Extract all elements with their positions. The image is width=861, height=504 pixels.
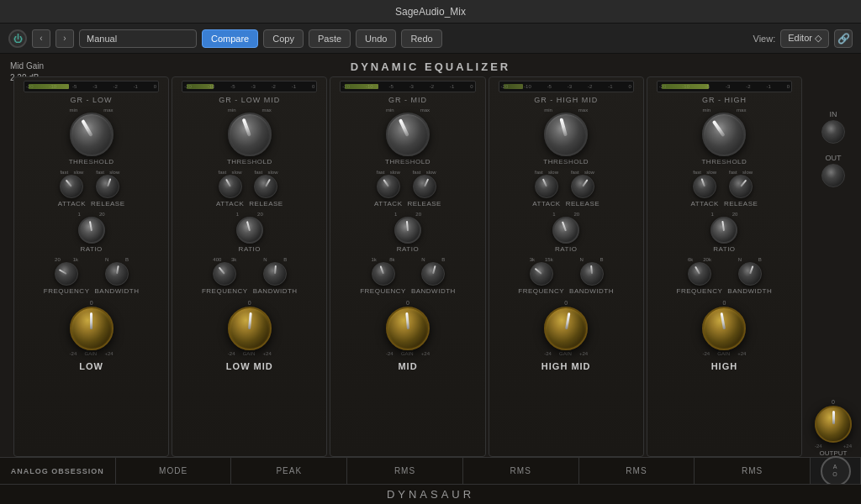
band-low-mid-release-knob[interactable] <box>254 175 277 198</box>
in-knob[interactable] <box>821 120 845 144</box>
band-mid-attack-knob[interactable] <box>377 175 400 198</box>
bottom-rms-3: RMS <box>579 458 695 484</box>
band-high: -20 -10 -5 -3 -2 -1 0 GR - HIGH minmax <box>647 76 802 457</box>
plugin-main: Mid Gain 2.20 dB DYNAMIC EQUALIZER -20 -… <box>0 54 861 504</box>
band-low-mid-gain-knob[interactable] <box>228 307 272 350</box>
band-low-meter: -20 -10 -5 -3 -2 -1 0 <box>24 81 159 92</box>
band-low-mid-freq-knob[interactable] <box>213 262 236 286</box>
band-low-mid-threshold-knob[interactable] <box>228 113 272 156</box>
band-high-ratio-knob[interactable] <box>710 217 737 244</box>
window-title: SageAudio_Mix <box>395 6 466 18</box>
power-button[interactable]: ⏻ <box>8 29 27 48</box>
band-low-mid-ratio-knob[interactable] <box>236 217 263 244</box>
band-high-mid-ratio-knob[interactable] <box>552 217 579 244</box>
bands-container: -20 -10 -5 -3 -2 -1 0 GR - LOW minmax <box>7 76 809 457</box>
band-low-gr-label: GR - LOW <box>71 96 113 104</box>
editor-view-button[interactable]: Editor ◇ <box>780 29 829 48</box>
band-high-mid: -20 -10 -5 -3 -2 -1 0 GR - HIGH MID minm… <box>489 76 644 457</box>
bottom-rms-4: RMS <box>695 458 811 484</box>
copy-button[interactable]: Copy <box>263 29 304 48</box>
band-low-mid-bw-knob[interactable] <box>263 262 287 286</box>
bottom-rms-2: RMS <box>463 458 579 484</box>
band-low: -20 -10 -5 -3 -2 -1 0 GR - LOW minmax <box>13 76 169 457</box>
band-low-name: LOW <box>79 361 103 371</box>
band-mid-name: MID <box>398 361 417 371</box>
band-high-name: HIGH <box>711 361 738 371</box>
band-low-mid-gr-label: GR - LOW MID <box>219 96 280 104</box>
band-low-mid-name: LOW MID <box>226 361 273 371</box>
bottom-peak: PEAK <box>231 458 347 484</box>
band-high-gr-label: GR - HIGH <box>702 96 747 104</box>
band-low-gain-knob[interactable] <box>70 307 114 350</box>
footer-title: DYNASAUR <box>0 484 861 504</box>
band-low-attack-knob[interactable] <box>60 175 83 198</box>
toolbar: ⏻ ‹ › Manual Compare Copy Paste Undo Red… <box>0 24 861 54</box>
in-knob-group: IN <box>821 110 845 144</box>
band-high-gain-knob[interactable] <box>702 307 746 350</box>
band-low-threshold-label: THRESHOLD <box>69 158 114 165</box>
side-panel: IN OUT 0 -24+24 OUTPUT <box>809 76 858 457</box>
bottom-logo: AO <box>811 458 861 484</box>
band-low-ratio-knob[interactable] <box>78 217 105 244</box>
band-high-mid-meter: -20 -10 -5 -3 -2 -1 0 <box>499 81 634 92</box>
out-label: OUT <box>826 154 842 162</box>
band-high-threshold-knob[interactable] <box>702 113 746 156</box>
title-bar: SageAudio_Mix <box>0 0 861 24</box>
compare-button[interactable]: Compare <box>202 29 258 48</box>
band-high-release-knob[interactable] <box>729 175 753 198</box>
band-mid: -20 -10 -5 -3 -2 -1 0 GR - MID minmax <box>330 76 485 457</box>
band-high-mid-attack-knob[interactable] <box>535 175 558 198</box>
band-high-bw-knob[interactable] <box>738 262 762 286</box>
bottom-bar: ANALOG OBSESSION MODE PEAK RMS RMS RMS R… <box>0 457 861 484</box>
band-mid-threshold-knob[interactable] <box>386 113 430 156</box>
band-high-mid-threshold-knob[interactable] <box>544 113 588 156</box>
band-mid-freq-knob[interactable] <box>372 262 395 286</box>
band-mid-release-knob[interactable] <box>413 175 436 198</box>
band-low-bw-knob[interactable] <box>105 262 129 286</box>
eq-title: DYNAMIC EQUALIZER <box>0 54 861 76</box>
out-knob-group: OUT <box>821 154 845 187</box>
in-label: IN <box>830 110 837 118</box>
band-high-mid-freq-knob[interactable] <box>530 262 553 286</box>
bottom-rms-1: RMS <box>347 458 463 484</box>
band-high-freq-knob[interactable] <box>688 262 711 286</box>
bottom-analog: ANALOG OBSESSION <box>0 458 116 484</box>
nav-back-button[interactable]: ‹ <box>32 29 50 48</box>
band-low-mid: -20 -10 -5 -3 -2 -1 0 GR - LOW MID minma… <box>172 76 327 457</box>
band-mid-ratio-knob[interactable] <box>394 217 421 244</box>
band-low-threshold-knob[interactable] <box>70 113 114 156</box>
undo-button[interactable]: Undo <box>356 29 396 48</box>
band-high-mid-release-knob[interactable] <box>571 175 594 198</box>
redo-button[interactable]: Redo <box>401 29 441 48</box>
band-high-mid-name: HIGH MID <box>541 361 591 371</box>
paste-button[interactable]: Paste <box>309 29 351 48</box>
band-high-attack-knob[interactable] <box>693 175 716 198</box>
bands-area: -20 -10 -5 -3 -2 -1 0 GR - LOW minmax <box>0 76 861 457</box>
nav-forward-button[interactable]: › <box>55 29 74 48</box>
band-low-mid-attack-knob[interactable] <box>219 175 242 198</box>
band-low-mid-meter: -20 -10 -5 -3 -2 -1 0 <box>182 81 317 92</box>
band-mid-gr-label: GR - MID <box>388 96 427 104</box>
band-low-release-knob[interactable] <box>96 175 119 198</box>
band-mid-bw-knob[interactable] <box>421 262 445 286</box>
bottom-mode: MODE <box>116 458 232 484</box>
preset-dropdown[interactable]: Manual <box>79 29 197 48</box>
band-high-mid-gr-label: GR - HIGH MID <box>534 96 598 104</box>
output-section: 0 -24+24 OUTPUT <box>815 399 852 457</box>
link-button[interactable]: 🔗 <box>834 29 853 48</box>
band-mid-meter: -20 -10 -5 -3 -2 -1 0 <box>340 81 475 92</box>
band-low-ar-row: fastslow ATTACK fastslow RELEASE <box>16 170 166 207</box>
band-mid-gain-knob[interactable] <box>386 307 430 350</box>
band-high-mid-bw-knob[interactable] <box>580 262 604 286</box>
band-high-meter: -20 -10 -5 -3 -2 -1 0 <box>657 81 792 92</box>
output-gain-knob[interactable] <box>815 406 852 443</box>
view-label: View: <box>753 34 776 44</box>
out-knob[interactable] <box>821 164 845 187</box>
band-high-mid-gain-knob[interactable] <box>544 307 588 350</box>
band-low-freq-knob[interactable] <box>55 262 78 286</box>
